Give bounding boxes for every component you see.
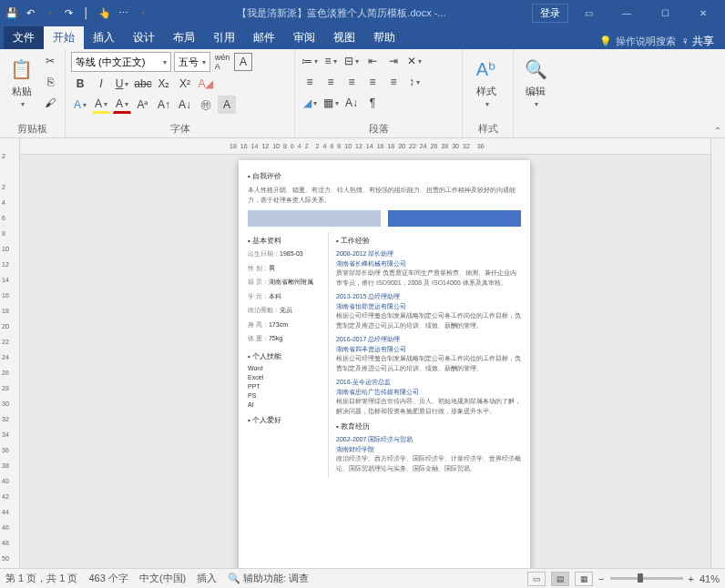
group-styles: 样式: [468, 120, 507, 136]
tell-me-search[interactable]: 💡操作说明搜索: [599, 35, 676, 48]
save-icon[interactable]: 💾: [4, 5, 20, 21]
copy-icon[interactable]: ⎘: [41, 73, 59, 91]
ribbon-options-icon[interactable]: ▭: [570, 2, 607, 24]
view-web-icon[interactable]: ▦: [575, 572, 593, 586]
justify-icon[interactable]: ≡: [363, 73, 382, 91]
phonetic-icon[interactable]: wénA: [213, 53, 231, 71]
bullets-icon[interactable]: ≔▾: [301, 52, 319, 70]
menu-design[interactable]: 设计: [124, 26, 164, 49]
touch-icon[interactable]: 👆: [97, 5, 113, 21]
strike-button[interactable]: abc: [134, 75, 152, 93]
clear-format-icon[interactable]: A◢: [197, 75, 215, 93]
menu-layout[interactable]: 布局: [164, 26, 204, 49]
decrease-indent-icon[interactable]: ⇤: [363, 52, 382, 70]
align-right-icon[interactable]: ≡: [342, 73, 361, 91]
document-page[interactable]: • 自我评价 本人性格开朗、稳重、有活力、待人热情、有较强的组织能力、担责的工作…: [239, 160, 530, 568]
chevron-down-icon: ▾: [202, 58, 206, 66]
font-name-combo[interactable]: 等线 (中文正文)▾: [71, 52, 171, 72]
vertical-scrollbar[interactable]: [710, 138, 725, 568]
chevron-down-icon: ▾: [163, 58, 167, 66]
photo-placeholder: [248, 210, 521, 227]
menu-insert[interactable]: 插入: [84, 26, 124, 49]
enclose-char-icon[interactable]: ㊕: [197, 96, 215, 114]
view-read-icon[interactable]: ▭: [527, 572, 546, 586]
view-print-icon[interactable]: ▤: [551, 572, 569, 586]
superscript-button[interactable]: X²: [176, 75, 194, 93]
grow-font-icon[interactable]: A↑: [155, 96, 173, 114]
font-size-combo[interactable]: 五号▾: [174, 52, 210, 72]
group-clipboard: 剪贴板: [5, 120, 59, 136]
bulb-icon: 💡: [599, 35, 612, 47]
multilevel-icon[interactable]: ⊟▾: [342, 52, 361, 70]
editing-button[interactable]: 🔍 编辑 ▾: [519, 52, 552, 108]
font-color-icon[interactable]: A▾: [113, 96, 131, 114]
share-button[interactable]: ♀ 共享: [681, 34, 714, 49]
edu-heading: • 教育经历: [336, 421, 521, 431]
borders-icon[interactable]: ▦▾: [322, 94, 340, 112]
styles-icon: Aᵇ: [473, 56, 500, 83]
shading-icon[interactable]: ◢▾: [301, 94, 319, 112]
login-button[interactable]: 登录: [532, 4, 568, 23]
menu-file[interactable]: 文件: [4, 26, 44, 49]
undo-icon[interactable]: ↶: [22, 5, 38, 21]
basic-info-list: 出生日期：1985-03性 别：男籍 贯：湖南省郴州附属学 历：本科政治面貌：党…: [248, 249, 319, 344]
char-border-icon[interactable]: A: [234, 53, 252, 71]
find-icon: 🔍: [522, 56, 549, 83]
cut-icon[interactable]: ✂: [41, 52, 59, 70]
show-marks-icon[interactable]: ¶: [363, 94, 382, 112]
redo-icon[interactable]: ↷: [60, 5, 77, 21]
status-insert[interactable]: 插入: [197, 572, 217, 585]
styles-button[interactable]: Aᵇ 样式 ▾: [468, 52, 505, 108]
distribute-icon[interactable]: ≡: [384, 73, 403, 91]
increase-indent-icon[interactable]: ⇥: [384, 52, 403, 70]
qat-dd[interactable]: ▾: [135, 5, 151, 21]
line-spacing-icon[interactable]: ↕▾: [405, 73, 424, 91]
paste-button[interactable]: 📋 粘贴 ▾: [5, 52, 37, 108]
zoom-slider[interactable]: [610, 577, 683, 580]
menu-mailings[interactable]: 邮件: [244, 26, 284, 49]
vertical-ruler[interactable]: 2246810121416182022242628303234363840424…: [0, 138, 20, 568]
group-font: 字体: [71, 120, 289, 136]
collapse-ribbon-icon[interactable]: ⌃: [714, 126, 721, 136]
group-paragraph: 段落: [301, 120, 456, 136]
asian-layout-icon[interactable]: ✕▾: [405, 52, 424, 70]
status-lang[interactable]: 中文(中国): [139, 572, 186, 585]
zoom-in-icon[interactable]: +: [689, 573, 694, 584]
subscript-button[interactable]: X₂: [155, 75, 173, 93]
menu-help[interactable]: 帮助: [364, 26, 404, 49]
numbering-icon[interactable]: ≡▾: [322, 52, 340, 70]
bold-button[interactable]: B: [71, 75, 89, 93]
char-shading-icon[interactable]: Aᵃ: [134, 96, 152, 114]
clipboard-icon: 📋: [8, 56, 36, 83]
menu-view[interactable]: 视图: [324, 26, 364, 49]
qat-icon[interactable]: ⋯: [115, 5, 131, 21]
skills-list: WordExcelPPTPSAI: [248, 365, 319, 408]
text-effect-icon[interactable]: A▾: [71, 96, 89, 114]
char-box-icon[interactable]: A: [218, 96, 236, 114]
menu-references[interactable]: 引用: [204, 26, 244, 49]
zoom-out-icon[interactable]: −: [598, 573, 604, 584]
sort-icon[interactable]: A↓: [342, 94, 361, 112]
hobby-heading: • 个人爱好: [248, 415, 319, 425]
minimize-icon[interactable]: —: [608, 2, 645, 24]
underline-button[interactable]: U▾: [113, 75, 131, 93]
status-a11y[interactable]: 🔍 辅助功能: 调查: [228, 572, 309, 585]
italic-button[interactable]: I: [92, 75, 110, 93]
close-icon[interactable]: ✕: [685, 2, 721, 24]
maximize-icon[interactable]: ☐: [647, 2, 683, 24]
status-page[interactable]: 第 1 页，共 1 页: [5, 572, 77, 585]
align-center-icon[interactable]: ≡: [322, 73, 340, 91]
work-heading: • 工作经验: [336, 236, 521, 246]
align-left-icon[interactable]: ≡: [301, 73, 319, 91]
shrink-font-icon[interactable]: A↓: [176, 96, 194, 114]
zoom-level[interactable]: 41%: [699, 573, 720, 584]
jobs-list: 2008-2012 部长助理湖南省长峰机械有限公司质管部部长助理 负责质证车间生…: [336, 249, 521, 416]
horizontal-ruler[interactable]: 1816141210864224681012141618202224262830…: [20, 138, 710, 155]
menu-review[interactable]: 审阅: [284, 26, 324, 49]
highlight-icon[interactable]: A▾: [92, 96, 110, 114]
format-painter-icon[interactable]: 🖌: [41, 94, 59, 112]
undo-dd[interactable]: ▾: [42, 5, 58, 21]
window-title: 【我是清新派】蓝色淡雅个人简历模板.docx -...: [151, 6, 532, 20]
menu-home[interactable]: 开始: [44, 26, 84, 49]
status-words[interactable]: 463 个字: [88, 572, 128, 585]
